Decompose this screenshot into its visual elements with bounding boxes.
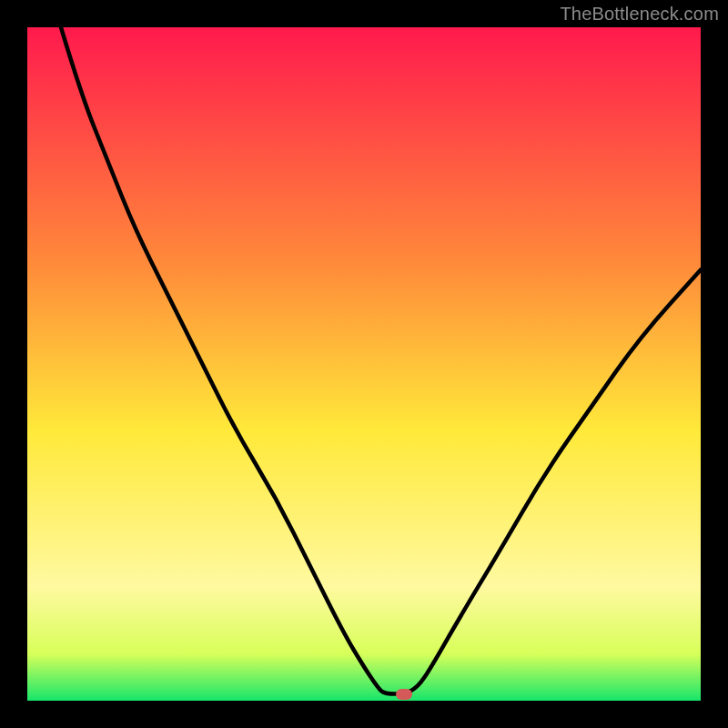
chart-frame: TheBottleneck.com <box>0 0 728 728</box>
selected-point-marker <box>396 689 412 700</box>
plot-area <box>27 27 701 701</box>
gradient-background <box>27 27 701 701</box>
watermark-text: TheBottleneck.com <box>560 4 719 25</box>
chart-svg <box>27 27 701 701</box>
